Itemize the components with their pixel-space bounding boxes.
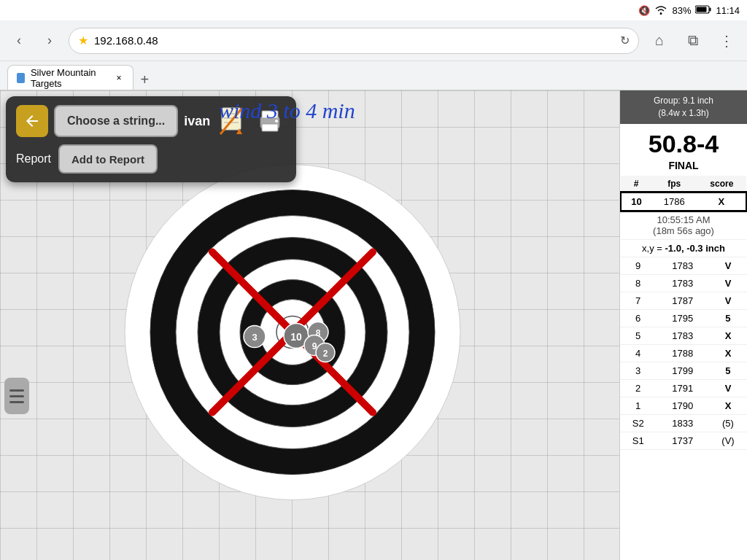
reload-icon[interactable]: ↻ (620, 34, 630, 47)
shot-score: 5 (709, 362, 747, 379)
table-row[interactable]: 7 1787 V (620, 292, 747, 309)
shot-num: 8 (620, 274, 656, 292)
shot-num: 2 (620, 379, 656, 397)
battery-icon (695, 5, 711, 16)
table-row[interactable]: S1 1737 (V) (620, 432, 747, 449)
table-row[interactable]: 4 1788 X (620, 344, 747, 362)
remaining-shots-table: 9 1783 V 8 1783 V 7 1787 V 6 1795 5 5 17… (620, 257, 747, 450)
browser-chrome: ‹ › ★ ↻ ⌂ ⧉ ⋮ (0, 20, 747, 61)
active-tab[interactable]: Silver Mountain Targets × (7, 65, 133, 90)
status-icons: 🔇 83% 11:14 (638, 4, 740, 17)
shot-score: (V) (709, 432, 747, 449)
shot-score: X (709, 397, 747, 414)
hamburger-line3 (9, 401, 24, 403)
battery-status: 83% (672, 5, 691, 16)
shot-num: 4 (620, 344, 656, 362)
svg-text:10: 10 (290, 331, 302, 343)
shot-score: X (709, 344, 747, 362)
table-row[interactable]: 9 1783 V (620, 257, 747, 275)
table-header-row: # fps score (621, 176, 746, 192)
report-label: Report (16, 152, 51, 166)
tabs-button[interactable]: ⧉ (680, 28, 706, 54)
shot-fps: 1787 (656, 292, 709, 309)
table-row-highlighted[interactable]: 10 1786 X (621, 192, 746, 211)
home-button[interactable]: ⌂ (646, 28, 673, 54)
shot-score: V (709, 292, 747, 309)
svg-rect-1 (710, 7, 711, 11)
shot-num: 9 (620, 257, 656, 275)
svg-text:2: 2 (322, 349, 328, 359)
main-content: wind 3 to 4 min (0, 90, 747, 560)
shot-time-text: 10:55:15 AM(18m 56s ago) (621, 211, 746, 240)
shot-score: V (709, 379, 747, 397)
user-label: ivan (184, 114, 210, 129)
forward-button[interactable]: › (38, 29, 61, 52)
back-button[interactable]: ‹ (7, 29, 31, 52)
choose-string-button[interactable]: Choose a string... (54, 105, 178, 137)
group-size-text: Group: 9.1 inch(8.4w x 1.3h) (654, 96, 713, 118)
table-row-time: 10:55:15 AM(18m 56s ago) (621, 211, 746, 240)
shot-num: 7 (620, 292, 656, 309)
add-to-report-button[interactable]: Add to Report (58, 144, 158, 174)
url-input[interactable] (94, 34, 614, 47)
svg-text:3: 3 (252, 332, 257, 343)
svg-rect-24 (222, 108, 241, 130)
menu-button[interactable]: ⋮ (713, 28, 740, 54)
shot-fps: 1783 (656, 274, 709, 292)
table-row[interactable]: 2 1791 V (620, 379, 747, 397)
shot-fps: 1737 (656, 432, 709, 449)
shot-num: 6 (620, 309, 656, 327)
bookmark-star-icon: ★ (78, 34, 88, 47)
right-panel: Group: 9.1 inch(8.4w x 1.3h) 50.8-4 FINA… (619, 90, 747, 560)
address-bar[interactable]: ★ ↻ (69, 28, 639, 54)
table-row[interactable]: 3 1799 5 (620, 362, 747, 379)
shot-num: 5 (620, 327, 656, 344)
tab-close-button[interactable]: × (114, 71, 124, 85)
col-num: # (621, 176, 651, 192)
shot-fps: 1783 (656, 327, 709, 344)
wifi-icon (654, 4, 667, 17)
shot-score: (5) (709, 414, 747, 432)
shot-num: S1 (620, 432, 656, 449)
xy-coords-text: x,y = -1.0, -0.3 inch (621, 239, 746, 257)
table-row[interactable]: 5 1783 X (620, 327, 747, 344)
toolbar-row2: Report Add to Report (16, 144, 286, 174)
print-icon[interactable] (254, 105, 286, 137)
svg-rect-31 (262, 111, 278, 118)
final-label: FINAL (620, 160, 747, 176)
col-score: score (697, 176, 746, 192)
shot-score-10: X (697, 192, 746, 211)
table-row[interactable]: 8 1783 V (620, 274, 747, 292)
shot-num-10: 10 (621, 192, 651, 211)
shot-fps: 1795 (656, 309, 709, 327)
shot-num: 1 (620, 397, 656, 414)
target-svg: 3 10 8 9 2 (117, 158, 468, 508)
new-tab-button[interactable]: + (136, 69, 152, 90)
svg-point-33 (275, 120, 278, 122)
svg-rect-2 (697, 7, 707, 12)
shot-fps: 1791 (656, 379, 709, 397)
hamburger-line1 (9, 389, 24, 392)
sidebar-toggle-button[interactable] (4, 378, 29, 414)
shots-table: # fps score 10 1786 X 10:55:15 AM(18m 56… (620, 176, 747, 257)
toolbar-row1: Choose a string... ivan (16, 105, 286, 137)
table-row[interactable]: S2 1833 (5) (620, 414, 747, 432)
shot-fps-10: 1786 (651, 192, 697, 211)
status-bar: 🔇 83% 11:14 (0, 0, 747, 20)
tab-title: Silver Mountain Targets (31, 67, 108, 89)
final-score-display: 50.8-4 (620, 124, 747, 160)
edit-icon[interactable] (216, 105, 248, 137)
table-row[interactable]: 1 1790 X (620, 397, 747, 414)
shot-fps: 1833 (656, 414, 709, 432)
back-arrow-button[interactable] (16, 105, 48, 137)
mute-icon: 🔇 (638, 5, 650, 16)
shot-fps: 1788 (656, 344, 709, 362)
hamburger-line2 (9, 395, 24, 397)
shot-score: X (709, 327, 747, 344)
svg-rect-32 (262, 124, 278, 131)
handwriting-annotation (153, 61, 740, 90)
shot-num: S2 (620, 414, 656, 432)
table-row[interactable]: 6 1795 5 (620, 309, 747, 327)
shot-score: 5 (709, 309, 747, 327)
shot-fps: 1799 (656, 362, 709, 379)
